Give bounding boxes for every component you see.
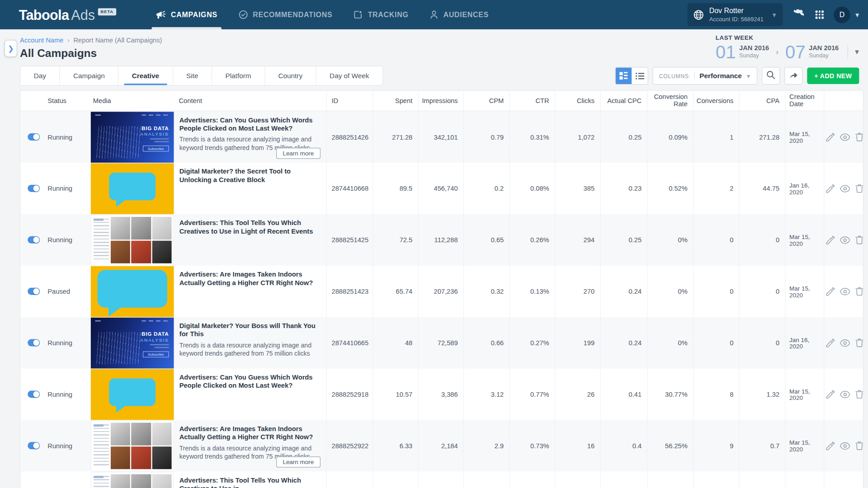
breadcrumb-account-link[interactable]: Account Name — [20, 37, 63, 44]
status-toggle[interactable] — [28, 133, 40, 141]
preview-eye-icon[interactable] — [840, 287, 850, 295]
column-header-ctr[interactable]: CTR — [509, 91, 555, 111]
nav-item-audiences[interactable]: AUDIENCES — [419, 0, 500, 29]
edit-pencil-icon[interactable] — [825, 235, 835, 244]
toolbar: COLUMNS Performance ▼ + ADD NEW — [615, 67, 859, 84]
tab-platform[interactable]: Platform — [212, 66, 265, 85]
preview-eye-icon[interactable] — [840, 442, 850, 450]
delete-trash-icon[interactable] — [855, 235, 863, 244]
account-switcher[interactable]: Dov Rotter Account ID: 5689241 ▼ — [688, 3, 783, 26]
chevron-down-icon[interactable]: ▼ — [854, 48, 860, 56]
status-toggle[interactable] — [28, 442, 40, 449]
edit-pencil-icon[interactable] — [825, 132, 835, 142]
taboola-logo[interactable]: Taboola Ads BETA — [19, 7, 116, 22]
search-button[interactable] — [762, 67, 780, 84]
preview-eye-icon[interactable] — [840, 339, 850, 347]
nav-item-recommendations[interactable]: RECOMMENDATIONS — [228, 0, 343, 29]
status-toggle[interactable] — [28, 236, 40, 244]
tab-day[interactable]: Day — [20, 66, 60, 85]
panel-expander-button[interactable]: ❯ — [5, 40, 17, 57]
delete-trash-icon[interactable] — [855, 441, 863, 450]
edit-pencil-icon[interactable] — [825, 286, 835, 296]
media-thumbnail[interactable]: BIG DATAANALYSISSubscribe — [91, 112, 174, 163]
status-cell: Running — [20, 420, 91, 471]
actual-cpc-cell — [600, 471, 647, 488]
status-toggle[interactable] — [28, 288, 40, 295]
delete-trash-icon[interactable] — [855, 338, 863, 347]
column-header-impressions[interactable]: Impressions — [418, 91, 463, 111]
actions-cell — [824, 214, 863, 266]
preview-eye-icon[interactable] — [840, 133, 850, 141]
creation-date-cell: Jan 16, 2020 — [785, 163, 824, 214]
column-header-conversion-rate[interactable]: Conversion Rate — [647, 91, 693, 111]
column-header-content[interactable]: Content — [179, 91, 326, 111]
edit-pencil-icon[interactable] — [825, 184, 835, 193]
column-header-cpa[interactable]: CPA — [739, 91, 785, 111]
cpm-cell: 0.65 — [463, 214, 509, 266]
impressions-cell: 207,236 — [418, 266, 463, 317]
chevron-down-icon[interactable]: ▼ — [854, 11, 860, 18]
media-thumbnail[interactable] — [91, 266, 174, 317]
settings-gear-button[interactable] — [794, 9, 804, 20]
learn-more-button[interactable]: Learn more — [276, 148, 321, 159]
actions-cell — [824, 369, 863, 420]
tab-site[interactable]: Site — [173, 66, 212, 85]
learn-more-button[interactable]: Learn more — [276, 456, 321, 467]
column-header-actual-cpc[interactable]: Actual CPC — [600, 91, 647, 111]
creative-description: Trends is a data resource analyzing imag… — [179, 342, 321, 358]
avatar[interactable]: D — [834, 6, 850, 23]
nav-item-campaigns[interactable]: CAMPAIGNS — [145, 0, 228, 29]
status-toggle[interactable] — [28, 390, 40, 398]
preview-eye-icon[interactable] — [840, 236, 850, 244]
column-header-cpm[interactable]: CPM — [463, 91, 509, 111]
cpa-cell: 1.32 — [739, 369, 785, 420]
tab-campaign[interactable]: Campaign — [60, 66, 119, 85]
column-header-creation-date[interactable]: Creation Date — [785, 91, 824, 111]
media-thumbnail[interactable] — [91, 421, 174, 472]
preview-eye-icon[interactable] — [840, 184, 850, 192]
column-header-conversions[interactable]: Conversions — [693, 91, 739, 111]
status-toggle[interactable] — [28, 339, 40, 347]
column-header-id[interactable]: ID — [326, 91, 373, 111]
date-range-picker[interactable]: LAST WEEK 01 JAN 2016 Sunday › 07 JAN 20… — [716, 34, 860, 61]
cpm-cell: 0.66 — [463, 317, 509, 369]
media-cell — [91, 266, 179, 317]
columns-selector[interactable]: COLUMNS Performance ▼ — [653, 67, 757, 84]
tab-day-of-week[interactable]: Day of Week — [316, 66, 382, 85]
tab-country[interactable]: Country — [265, 66, 316, 85]
status-toggle[interactable] — [28, 185, 40, 192]
column-header-clicks[interactable]: Clicks — [555, 91, 600, 111]
card-view-button[interactable] — [616, 67, 632, 84]
cpa-cell — [739, 471, 785, 488]
delete-trash-icon[interactable] — [855, 389, 863, 399]
column-header-spent[interactable]: Spent — [373, 91, 418, 111]
actual-cpc-cell: 0.25 — [600, 214, 647, 266]
add-new-button[interactable]: + ADD NEW — [807, 67, 859, 84]
status-cell: Running — [20, 214, 91, 266]
delete-trash-icon[interactable] — [855, 132, 863, 142]
share-button[interactable] — [784, 67, 802, 84]
nav-item-tracking[interactable]: TRACKING — [343, 0, 419, 29]
creation-date-cell: Mar 15, 2020 — [785, 214, 824, 266]
delete-trash-icon[interactable] — [855, 184, 863, 193]
edit-pencil-icon[interactable] — [825, 389, 835, 399]
tabs-toolbar-row: DayCampaignCreativeSitePlatformCountryDa… — [20, 66, 859, 86]
clicks-cell: 294 — [555, 214, 600, 266]
actions-cell — [824, 111, 863, 163]
column-header-media[interactable]: Media — [91, 91, 179, 111]
delete-trash-icon[interactable] — [855, 286, 863, 296]
preview-eye-icon[interactable] — [840, 390, 850, 398]
edit-pencil-icon[interactable] — [825, 338, 835, 347]
actions-cell — [824, 471, 863, 488]
media-thumbnail[interactable]: BIG DATAANALYSISSubscribe — [91, 318, 174, 369]
media-thumbnail[interactable] — [91, 369, 174, 420]
tab-creative[interactable]: Creative — [118, 66, 173, 85]
cpa-cell: 44.75 — [739, 163, 785, 214]
apps-grid-button[interactable] — [816, 10, 824, 19]
media-thumbnail[interactable] — [91, 215, 174, 266]
edit-pencil-icon[interactable] — [825, 441, 835, 450]
list-view-button[interactable] — [632, 67, 648, 84]
media-thumbnail[interactable] — [91, 472, 174, 488]
media-thumbnail[interactable] — [91, 163, 174, 214]
column-header-status[interactable]: Status — [20, 91, 91, 111]
